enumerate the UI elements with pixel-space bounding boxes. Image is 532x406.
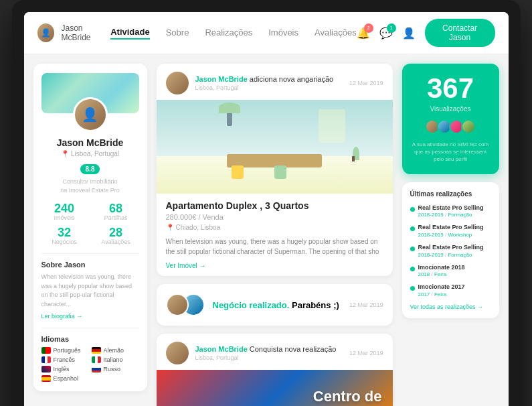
stats-grid: 240 Imóveis 68 Partilhas 32 Negócios 2	[41, 202, 139, 245]
listing-pin-icon: 📍	[166, 224, 174, 231]
views-description: A sua atividade no SIMI fez com que as p…	[410, 141, 491, 163]
stat-imoveis: 240 Imóveis	[41, 202, 88, 221]
flag-fr-icon	[41, 356, 51, 363]
stat-partilhas: 68 Partilhas	[93, 202, 139, 221]
ver-todas-link[interactable]: Ver todas as realizações →	[410, 303, 491, 310]
nav-username: Jason McBride	[61, 23, 110, 42]
notifications-icon[interactable]: 🔔 2	[357, 27, 370, 40]
feed-post-conquista: Jason McBride Conquista nova realização …	[157, 334, 393, 406]
nav-brand: 👤 Jason McBride	[37, 23, 111, 42]
listing-price: 280.000€ / Venda	[166, 213, 383, 221]
user-profile-icon[interactable]: 👤	[402, 27, 416, 40]
listing-location: 📍 Chiado, Lisboa	[166, 224, 383, 231]
negocio-label: Negócio realizado. Parabéns ;)	[213, 300, 341, 310]
centro-text: Centro de	[313, 388, 382, 405]
views-card: 367 Visualizações A sua atividade no SIM…	[402, 64, 499, 174]
read-more-link[interactable]: Ler biografia →	[41, 313, 139, 320]
post3-subtitle: Lisboa, Portugal	[195, 354, 343, 361]
listing-image	[157, 100, 393, 194]
profile-avatar-wrap: 👤	[73, 97, 108, 132]
tab-realizacoes[interactable]: Realizações	[205, 27, 252, 39]
tab-imoveis[interactable]: Imóveis	[268, 27, 298, 39]
lang-de: Alemão	[92, 347, 139, 354]
lang-en: Inglês	[41, 366, 89, 373]
post3-image: Centro de	[157, 370, 393, 406]
bio-section-title: Sobre Jason	[41, 261, 139, 269]
flag-pt-icon	[41, 347, 51, 354]
messages-icon[interactable]: 💬 1	[379, 27, 393, 40]
flag-ru-icon	[92, 366, 101, 373]
views-number: 367	[410, 74, 491, 103]
listing-description: When television was young, there was a h…	[166, 236, 383, 257]
flag-it-icon	[92, 356, 101, 363]
feed-post-listing: Jason McBride adiciona nova angariação L…	[157, 64, 393, 276]
post-header: Jason McBride adiciona nova angariação L…	[157, 64, 393, 100]
tab-bar: Atividade Sobre Realizações Imóveis Aval…	[110, 27, 356, 40]
flag-en-icon	[41, 366, 51, 373]
bio-text: When television was young, there was a h…	[41, 273, 139, 309]
flag-de-icon	[92, 347, 101, 354]
post3-date: 12 Mar 2019	[349, 350, 383, 356]
lang-pt: Português	[41, 347, 89, 354]
stat-avaliacoes: 28 Avaliações	[93, 226, 139, 245]
tab-atividade[interactable]: Atividade	[110, 27, 150, 40]
post-title: Jason McBride adiciona nova angariação	[195, 75, 343, 83]
main-content: 👤 Jason McBride 📍 Lisboa, Portugal 8.8 C…	[24, 54, 509, 406]
realizacao-3: Real Estate Pro Selling 2018-2019 / Form…	[410, 244, 491, 258]
tab-avaliacoes[interactable]: Avaliações	[315, 27, 357, 39]
languages-title: Idiomas	[41, 335, 139, 343]
profile-card: 👤 Jason McBride 📍 Lisboa, Portugal 8.8 C…	[33, 64, 147, 391]
profile-name: Jason McBride	[41, 137, 139, 148]
post-avatar	[166, 72, 189, 94]
languages-section: Idiomas Português Alemão	[41, 335, 139, 382]
viewer-avatar-4	[461, 119, 476, 134]
realizacao-4: Imocionate 2018 2018 / Feira	[410, 264, 491, 278]
languages-grid: Português Alemão Francês	[41, 347, 139, 382]
location-pin-icon: 📍	[61, 150, 69, 157]
message-badge: 1	[387, 23, 396, 33]
activity-feed: Jason McBride adiciona nova angariação L…	[157, 64, 393, 406]
post-meta: Jason McBride adiciona nova angariação L…	[195, 75, 343, 91]
lang-es: Espanhol	[41, 375, 89, 382]
realizacao-2: Real Estate Pro Selling 2018-2019 / Work…	[410, 224, 491, 238]
post-date: 12 Mar 2019	[349, 80, 383, 86]
realizacao-5: Imocionate 2017 2017 / Feira	[410, 283, 491, 297]
feed-post-negocio: Negócio realizado. Parabéns ;) 12 Mar 20…	[157, 284, 393, 326]
realizacoes-title: Últimas realizações	[410, 190, 491, 198]
lang-ru: Russo	[92, 366, 139, 373]
top-navigation: 👤 Jason McBride Atividade Sobre Realizaç…	[24, 12, 509, 54]
negocio-text: Negócio realizado. Parabéns ;)	[213, 300, 341, 310]
realizacoes-card: Últimas realizações Real Estate Pro Sell…	[402, 182, 499, 318]
listing-name: Apartamento Duplex , 3 Quartos	[166, 200, 383, 211]
left-sidebar: 👤 Jason McBride 📍 Lisboa, Portugal 8.8 C…	[33, 64, 147, 406]
flag-es-icon	[41, 375, 51, 382]
post3-avatar	[166, 342, 189, 364]
views-label: Visualizações	[410, 105, 491, 113]
negocio-avatars	[166, 293, 205, 316]
listing-info: Apartamento Duplex , 3 Quartos 280.000€ …	[157, 194, 393, 276]
ver-imovel-link[interactable]: Ver Imóvel →	[166, 262, 383, 269]
views-avatars	[410, 119, 491, 134]
profile-role: Consultor Imobiliário na Imoveal Estate …	[41, 178, 139, 194]
nav-actions: 🔔 2 💬 1 👤 Contactar Jason	[357, 19, 495, 47]
notification-badge: 2	[364, 23, 373, 33]
lang-fr: Francês	[41, 356, 89, 363]
negocio-date: 12 Mar 2019	[349, 301, 383, 308]
post3-title: Jason McBride Conquista nova realização	[195, 345, 343, 353]
stat-negocios: 32 Negócios	[41, 226, 88, 245]
post3-meta: Jason McBride Conquista nova realização …	[195, 345, 343, 361]
realizacao-1: Real Estate Pro Selling 2018-2019 / Form…	[410, 204, 491, 218]
tab-sobre[interactable]: Sobre	[166, 27, 189, 39]
contact-button[interactable]: Contactar Jason	[425, 19, 495, 47]
post-subtitle: Lisboa, Portugal	[195, 84, 343, 91]
nav-avatar: 👤	[37, 23, 55, 42]
right-sidebar: 367 Visualizações A sua atividade no SIM…	[402, 64, 499, 406]
lang-it: Italiano	[92, 356, 139, 363]
profile-location: 📍 Lisboa, Portugal	[41, 150, 139, 157]
avatar: 👤	[73, 97, 108, 132]
post3-header: Jason McBride Conquista nova realização …	[157, 334, 393, 370]
negocio-avatar-1	[166, 293, 189, 316]
rating-badge: 8.8	[80, 164, 100, 174]
